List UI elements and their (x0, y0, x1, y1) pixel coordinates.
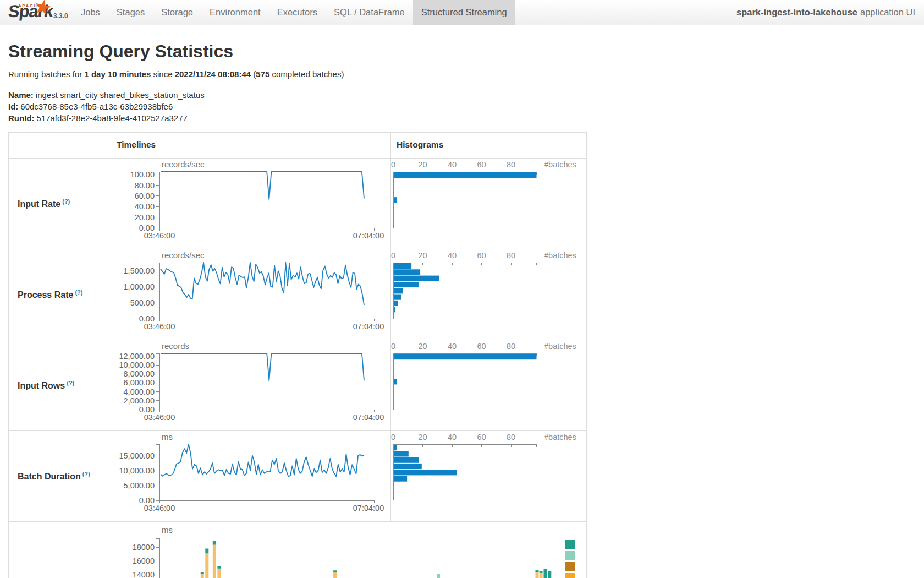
svg-text:2,000.00: 2,000.00 (124, 396, 155, 405)
row-label-cell: Input Rows(?) (9, 340, 111, 430)
svg-text:40: 40 (448, 160, 457, 169)
process-rate-label: Process Rate (18, 290, 73, 299)
svg-text:500.00: 500.00 (130, 298, 155, 307)
row-label-cell (9, 522, 111, 578)
svg-text:1,500.00: 1,500.00 (124, 266, 155, 275)
svg-text:20: 20 (418, 342, 427, 351)
running-prefix: Running batches for (8, 69, 84, 79)
input-rate-histogram-cell: 020406080#batches (391, 159, 586, 249)
page-title: Streaming Query Statistics (8, 41, 924, 62)
input-rows-histogram-chart: 020406080#batches (391, 340, 586, 430)
svg-text:20: 20 (418, 160, 427, 169)
svg-text:80.00: 80.00 (135, 181, 155, 190)
svg-text:20: 20 (418, 433, 427, 441)
timelines-column-header: Timelines (111, 133, 391, 150)
svg-text:16000: 16000 (133, 557, 155, 565)
running-middle: since (151, 69, 174, 79)
svg-text:03:46:00: 03:46:00 (144, 504, 175, 512)
svg-text:03:46:00: 03:46:00 (144, 322, 175, 331)
input-rate-help-icon[interactable]: (?) (62, 198, 70, 205)
svg-text:60: 60 (477, 160, 486, 169)
process-rate-row: Process Rate(?) records/sec0.00500.001,0… (9, 249, 586, 340)
svg-text:60: 60 (477, 342, 486, 351)
svg-text:07:04:00: 07:04:00 (353, 413, 384, 422)
svg-text:records/sec: records/sec (162, 250, 205, 260)
input-rate-timeline-cell: records/sec0.0020.0040.0060.0080.00100.0… (111, 159, 391, 249)
svg-text:#batches: #batches (544, 433, 576, 441)
svg-text:20: 20 (418, 251, 427, 260)
batch-duration-histogram-cell: 020406080#batches (391, 431, 586, 521)
tab-sql-dataframe[interactable]: SQL / DataFrame (326, 0, 413, 25)
tab-stages[interactable]: Stages (108, 0, 153, 25)
histograms-column-header: Histograms (391, 133, 586, 150)
query-meta: Name:ingest smart_city shared_bikes_stat… (8, 89, 924, 124)
running-suffix: completed batches) (270, 69, 344, 79)
svg-text:60: 60 (477, 251, 486, 260)
svg-text:15,000.00: 15,000.00 (119, 451, 155, 460)
input-rows-timeline-chart: records0.002,000.004,000.006,000.008,000… (111, 340, 391, 430)
tab-environment[interactable]: Environment (201, 0, 269, 25)
svg-text:18000: 18000 (133, 543, 155, 552)
svg-text:07:04:00: 07:04:00 (353, 322, 384, 331)
query-runid-label: RunId: (8, 113, 34, 123)
input-rate-histogram-chart: 020406080#batches (391, 159, 586, 249)
query-name-label: Name: (8, 90, 34, 100)
operation-duration-timeline-chart: ms180001600014000 (111, 522, 586, 578)
svg-text:100.00: 100.00 (130, 170, 155, 179)
tab-storage[interactable]: Storage (153, 0, 201, 25)
query-name-row: Name:ingest smart_city shared_bikes_stat… (8, 89, 924, 101)
input-rows-label: Input Rows (18, 381, 65, 390)
batch-duration-label: Batch Duration (18, 472, 81, 481)
tab-executors[interactable]: Executors (269, 0, 326, 25)
input-rate-row: Input Rate(?) records/sec0.0020.0040.006… (9, 158, 586, 249)
batch-duration-histogram-chart: 020406080#batches (391, 431, 586, 521)
svg-text:07:04:00: 07:04:00 (353, 231, 384, 240)
batch-duration-row: Batch Duration(?) ms0.005,000.0010,000.0… (9, 430, 586, 521)
running-batches-line: Running batches for 1 day 10 minutes sin… (8, 69, 924, 79)
svg-text:5,000.00: 5,000.00 (124, 481, 155, 490)
batch-duration-timeline-cell: ms0.005,000.0010,000.0015,000.0003:46:00… (111, 431, 391, 521)
header-timelines-cell: Timelines (111, 133, 391, 158)
process-rate-help-icon[interactable]: (?) (75, 289, 82, 296)
input-rows-help-icon[interactable]: (?) (67, 380, 74, 386)
header-empty-cell (9, 133, 111, 158)
tab-structured-streaming[interactable]: Structured Streaming (413, 0, 515, 25)
spark-logo[interactable]: APACHE Spark ★ 3.3.0 (0, 0, 73, 25)
batch-duration-help-icon[interactable]: (?) (82, 471, 90, 477)
input-rate-label: Input Rate (18, 199, 61, 209)
query-runid-value: 517afd3f-28e2-4ba8-9fe4-4102527a3277 (36, 113, 187, 123)
application-name: spark-ingest-into-lakehouse (736, 7, 857, 18)
process-rate-histogram-cell: 020406080#batches (391, 249, 586, 340)
row-label-cell: Input Rate(?) (9, 159, 111, 249)
statistics-table: Timelines Histograms Input Rate(?) recor… (8, 132, 587, 578)
svg-text:10,000.00: 10,000.00 (119, 361, 155, 369)
svg-text:60.00: 60.00 (135, 192, 155, 200)
batch-duration-timeline-chart: ms0.005,000.0010,000.0015,000.0003:46:00… (111, 431, 391, 521)
svg-text:0: 0 (391, 433, 395, 441)
running-start-time: 2022/11/24 08:08:44 (175, 69, 251, 79)
query-runid-row: RunId:517afd3f-28e2-4ba8-9fe4-4102527a32… (8, 112, 924, 124)
svg-text:03:46:00: 03:46:00 (144, 413, 175, 422)
svg-text:0: 0 (391, 160, 395, 169)
application-title: spark-ingest-into-lakehouse application … (736, 0, 915, 25)
tab-jobs[interactable]: Jobs (73, 0, 108, 25)
svg-text:80: 80 (507, 160, 515, 169)
svg-text:8,000.00: 8,000.00 (124, 369, 155, 378)
svg-text:#batches: #batches (544, 160, 576, 169)
svg-text:40: 40 (448, 251, 457, 260)
svg-text:records/sec: records/sec (162, 160, 205, 169)
svg-text:80: 80 (507, 342, 515, 351)
completed-batches-count: 575 (256, 69, 270, 79)
query-id-value: 60dc3768-85e3-4fb5-a13c-63b29938bfe6 (20, 102, 173, 111)
svg-text:#batches: #batches (544, 342, 576, 351)
svg-text:80: 80 (507, 433, 515, 441)
svg-text:03:46:00: 03:46:00 (144, 231, 175, 240)
svg-text:14000: 14000 (133, 570, 155, 578)
svg-text:0: 0 (391, 342, 395, 351)
running-duration: 1 day 10 minutes (84, 69, 151, 79)
svg-text:60: 60 (477, 433, 486, 441)
spark-version: 3.3.0 (53, 12, 68, 20)
operation-duration-chart-cell: ms180001600014000 (111, 522, 586, 578)
input-rows-histogram-cell: 020406080#batches (391, 340, 586, 430)
process-rate-timeline-chart: records/sec0.00500.001,000.001,500.0003:… (111, 249, 391, 340)
